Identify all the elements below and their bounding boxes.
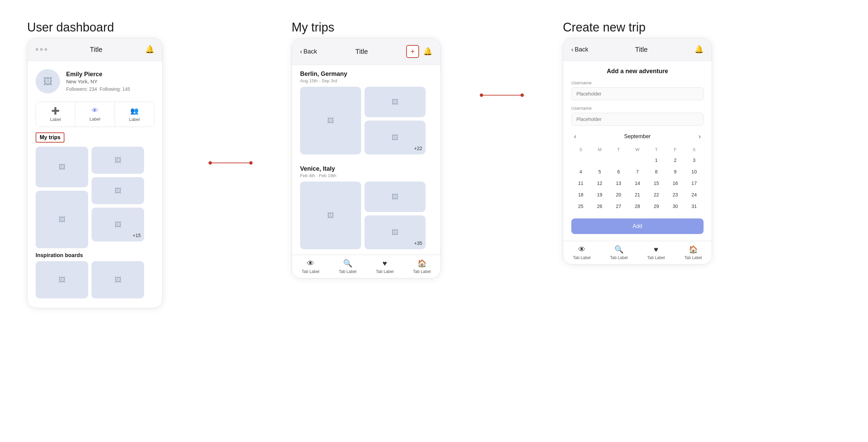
cal-day-empty-2 bbox=[590, 155, 609, 165]
cal-day-22[interactable]: 22 bbox=[647, 190, 666, 199]
cal-day-3[interactable]: 3 bbox=[685, 155, 704, 165]
cal-day-10[interactable]: 10 bbox=[685, 167, 704, 176]
cal-week-4: 18 19 20 21 22 23 24 bbox=[571, 190, 704, 199]
dots-menu[interactable] bbox=[36, 48, 47, 51]
cal-day-31[interactable]: 31 bbox=[685, 202, 704, 211]
cal-day-30[interactable]: 30 bbox=[666, 202, 685, 211]
cal-week-3: 11 12 13 14 15 16 17 bbox=[571, 178, 704, 188]
cal-day-24[interactable]: 24 bbox=[685, 190, 704, 199]
create-tab-search[interactable]: 🔍 Tab Label bbox=[600, 241, 638, 264]
tab-heart[interactable]: ♥ Tab Label bbox=[366, 255, 403, 278]
cal-day-20[interactable]: 20 bbox=[609, 190, 628, 199]
field-2-input[interactable] bbox=[571, 113, 704, 126]
cal-header-f: F bbox=[666, 146, 685, 153]
cal-day-17[interactable]: 17 bbox=[685, 178, 704, 188]
tab-home[interactable]: 🏠 Tab Label bbox=[403, 255, 441, 278]
create-trip-phone: ‹ Back Title 🔔 Add a new adventure Usern… bbox=[563, 38, 712, 265]
avatar-image-icon: 🖼 bbox=[43, 76, 53, 87]
trips-grid: 🖼 🖼 🖼 🖼 🖼 +15 bbox=[27, 147, 162, 248]
cal-day-19[interactable]: 19 bbox=[590, 190, 609, 199]
profile-info: Emily Pierce New York, NY Followers: 234… bbox=[66, 71, 130, 92]
cal-day-25[interactable]: 25 bbox=[571, 202, 590, 211]
berlin-col-right: 🖼 🖼 +22 bbox=[364, 87, 426, 154]
venice-col-left: 🖼 bbox=[300, 182, 361, 249]
my-trips-heading[interactable]: My trips bbox=[36, 132, 64, 143]
cal-day-9[interactable]: 9 bbox=[666, 167, 685, 176]
tab-search[interactable]: 🔍 Tab Label bbox=[329, 255, 367, 278]
image-icon-1: 🖼 bbox=[59, 163, 65, 171]
tab-search-icon: 🔍 bbox=[343, 259, 352, 268]
dashboard-bell-icon[interactable]: 🔔 bbox=[145, 45, 154, 54]
inspiration-img-2: 🖼 bbox=[92, 261, 144, 298]
back-chevron-icon: ‹ bbox=[300, 48, 302, 55]
cal-day-2[interactable]: 2 bbox=[666, 155, 685, 165]
tab-eye[interactable]: 👁 Tab Label bbox=[292, 255, 329, 278]
berlin-img-grid: 🖼 🖼 🖼 +22 bbox=[300, 87, 432, 154]
my-trips-topbar: ‹ Back Title + 🔔 bbox=[292, 38, 440, 65]
cal-day-18[interactable]: 18 bbox=[571, 190, 590, 199]
dashboard-title: User dashboard bbox=[27, 20, 170, 35]
tab-home-icon: 🏠 bbox=[417, 259, 427, 268]
action-btn-add-label: Label bbox=[50, 117, 61, 122]
venice-img-top: 🖼 bbox=[364, 182, 426, 212]
create-trip-bell-icon[interactable]: 🔔 bbox=[694, 45, 704, 54]
venice-img-bottom: 🖼 +35 bbox=[364, 215, 426, 249]
profile-name: Emily Pierce bbox=[66, 71, 130, 78]
users-icon: 👥 bbox=[130, 107, 139, 115]
cal-header-m: M bbox=[590, 146, 609, 153]
cal-day-14[interactable]: 14 bbox=[628, 178, 647, 188]
tab-eye-icon: 👁 bbox=[307, 259, 314, 268]
cal-day-15[interactable]: 15 bbox=[647, 178, 666, 188]
add-trip-btn[interactable]: + bbox=[406, 45, 419, 58]
cal-day-11[interactable]: 11 bbox=[571, 178, 590, 188]
add-icon: ➕ bbox=[51, 107, 60, 115]
cal-prev-btn[interactable]: ‹ bbox=[571, 131, 579, 142]
cal-day-7[interactable]: 7 bbox=[628, 167, 647, 176]
inspiration-img-1: 🖼 bbox=[36, 261, 88, 298]
create-tab-heart[interactable]: ♥ Tab Label bbox=[637, 241, 675, 264]
cal-day-1[interactable]: 1 bbox=[647, 155, 666, 165]
cal-next-btn[interactable]: › bbox=[696, 131, 704, 142]
create-tab-home-icon: 🏠 bbox=[689, 245, 698, 254]
inspiration-heading: Inspiration boards bbox=[27, 252, 162, 258]
create-trip-back-btn[interactable]: ‹ Back bbox=[571, 46, 588, 53]
cal-day-8[interactable]: 8 bbox=[647, 167, 666, 176]
image-icon-v3: 🖼 bbox=[392, 229, 398, 236]
create-tab-search-label: Tab Label bbox=[610, 255, 628, 260]
image-icon-5: 🖼 bbox=[115, 221, 121, 229]
create-form-title: Add a new adventure bbox=[563, 61, 712, 80]
cal-day-28[interactable]: 28 bbox=[628, 202, 647, 211]
image-icon-7: 🖼 bbox=[115, 276, 121, 284]
dashboard-header-title: Title bbox=[90, 46, 102, 54]
create-tab-eye[interactable]: 👁 Tab Label bbox=[563, 241, 600, 264]
calendar-grid: S M T W T F S 1 2 bbox=[571, 146, 704, 211]
cal-day-23[interactable]: 23 bbox=[666, 190, 685, 199]
cal-day-26[interactable]: 26 bbox=[590, 202, 609, 211]
create-trip-title: Create new trip bbox=[563, 20, 712, 35]
cal-day-6[interactable]: 6 bbox=[609, 167, 628, 176]
my-trips-bell-icon[interactable]: 🔔 bbox=[423, 47, 432, 56]
berlin-count-badge: +22 bbox=[414, 146, 422, 151]
cal-day-12[interactable]: 12 bbox=[590, 178, 609, 188]
trip-venice-name: Venice, Italy bbox=[300, 165, 432, 172]
back-label: Back bbox=[303, 48, 317, 55]
cal-day-29[interactable]: 29 bbox=[647, 202, 666, 211]
cal-day-13[interactable]: 13 bbox=[609, 178, 628, 188]
create-tab-search-icon: 🔍 bbox=[614, 245, 624, 254]
action-btn-view[interactable]: 👁 Label bbox=[75, 102, 115, 127]
cal-day-16[interactable]: 16 bbox=[666, 178, 685, 188]
cal-day-5[interactable]: 5 bbox=[590, 167, 609, 176]
cal-header-t2: T bbox=[647, 146, 666, 153]
cal-day-4[interactable]: 4 bbox=[571, 167, 590, 176]
cal-day-21[interactable]: 21 bbox=[628, 190, 647, 199]
create-tab-home[interactable]: 🏠 Tab Label bbox=[675, 241, 712, 264]
action-btn-follow[interactable]: 👥 Label bbox=[115, 102, 154, 127]
image-icon-b1: 🖼 bbox=[327, 117, 334, 125]
cal-day-27[interactable]: 27 bbox=[609, 202, 628, 211]
form-field-2: Username bbox=[563, 106, 712, 131]
field-1-input[interactable] bbox=[571, 87, 704, 100]
add-trip-submit-btn[interactable]: Add bbox=[571, 218, 704, 234]
my-trips-back-btn[interactable]: ‹ Back bbox=[300, 48, 317, 55]
action-btn-add[interactable]: ➕ Label bbox=[36, 102, 75, 127]
image-icon-3: 🖼 bbox=[115, 156, 121, 164]
